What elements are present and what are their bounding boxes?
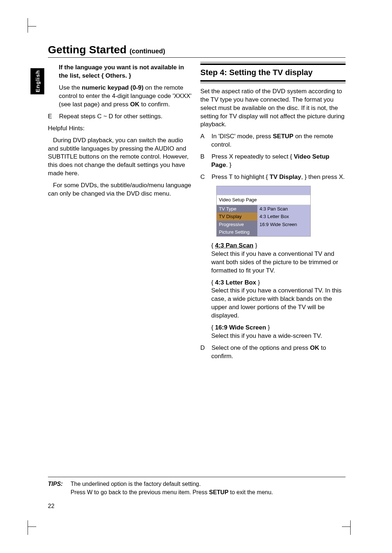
osd-left-item-selected: TV Display: [217, 213, 257, 221]
step-letter-a: A: [200, 132, 210, 141]
language-tab-label: English: [34, 70, 41, 92]
step-letter-c: C: [200, 173, 210, 181]
right-column: Step 4: Setting the TV display Set the a…: [200, 64, 346, 364]
step-b: B Press X repeatedly to select { Video S…: [200, 153, 346, 169]
step4-intro: Set the aspect ratio of the DVD system a…: [200, 87, 346, 129]
option-pan-scan: { 4:3 Pan Scan } Select this if you have…: [200, 242, 346, 275]
osd-menu-header: [217, 186, 310, 195]
step-a: A In 'DISC' mode, press SETUP on the rem…: [200, 132, 346, 149]
page-title-main: Getting Started: [48, 44, 127, 56]
helpful-hints-label: Helpful Hints:: [48, 124, 193, 133]
crop-mark: [28, 520, 36, 535]
keypad-instruction: Use the numeric keypad (0-9) on the remo…: [59, 84, 193, 109]
language-tab: English: [30, 68, 44, 94]
step-letter-b: B: [200, 153, 210, 161]
osd-left-item: TV Type: [217, 205, 257, 213]
osd-menu: Video Setup Page TV Type TV Display Prog…: [216, 186, 311, 237]
step-e: E Repeat steps C ~ D for other settings.: [48, 112, 193, 121]
left-column: If the language you want is not availabl…: [48, 64, 193, 364]
option-letter-box: { 4:3 Letter Box } Select this if you ha…: [200, 279, 346, 320]
osd-menu-right: 4:3 Pan Scan 4:3 Letter Box 16:9 Wide Sc…: [257, 205, 310, 236]
step-letter-d: D: [200, 344, 210, 352]
others-heading: If the language you want is not availabl…: [59, 64, 193, 80]
osd-right-item: 4:3 Pan Scan: [257, 205, 310, 213]
tips-box: TIPS: The underlined option is the facto…: [48, 477, 346, 496]
crop-mark: [28, 18, 36, 33]
helpful-hints-2: For some DVDs, the subtitle/audio/menu l…: [48, 181, 193, 198]
step-c: C Press T to highlight { TV Display, } t…: [200, 173, 346, 181]
page-title: Getting Started (continued): [48, 44, 346, 58]
osd-right-item: 4:3 Letter Box: [257, 213, 310, 221]
step-d: D Select one of the options and press OK…: [200, 344, 346, 361]
osd-menu-title: Video Setup Page: [217, 195, 310, 205]
tips-body: The underlined option is the factory def…: [70, 480, 339, 496]
option-wide-screen: { 16:9 Wide Screen } Select this if you …: [200, 324, 346, 340]
tips-label: TIPS:: [48, 480, 69, 488]
helpful-hints-1: During DVD playback, you can switch the …: [48, 136, 193, 178]
step-4-heading: Step 4: Setting the TV display: [200, 64, 346, 82]
page-title-continued: (continued): [130, 48, 165, 55]
osd-left-item: Picture Setting: [217, 228, 257, 236]
step-letter-e: E: [48, 112, 57, 121]
osd-menu-left: TV Type TV Display Progressive Picture S…: [217, 205, 257, 236]
crop-mark: [342, 520, 351, 535]
osd-right-item: 16:9 Wide Screen: [257, 221, 310, 229]
page-number: 22: [48, 503, 54, 509]
osd-left-item: Progressive: [217, 221, 257, 229]
